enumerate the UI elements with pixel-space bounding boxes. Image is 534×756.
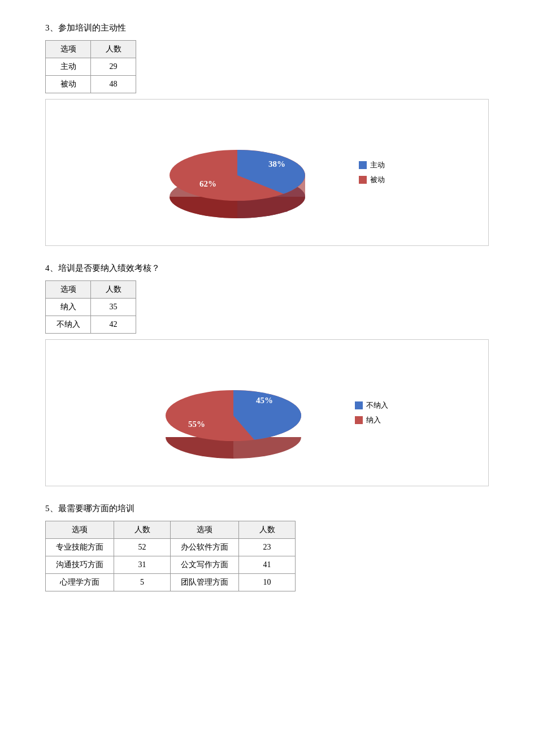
table-cell: 5 — [114, 574, 171, 591]
table-cell: 23 — [239, 539, 296, 556]
pie-chart-3: 38% 62% — [150, 113, 331, 232]
chart-4-container: 45% 55% 不纳入 纳入 — [45, 339, 489, 486]
table-cell: 29 — [91, 58, 136, 76]
chart-3-inner: 38% 62% 主动 被动 — [150, 113, 385, 232]
legend-color-red — [355, 416, 363, 424]
svg-text:55%: 55% — [188, 420, 205, 429]
legend-label: 不纳入 — [366, 400, 388, 411]
chart-4-inner: 45% 55% 不纳入 纳入 — [146, 353, 388, 472]
chart-4-legend: 不纳入 纳入 — [355, 400, 388, 425]
pie-chart-4: 45% 55% — [146, 353, 327, 472]
table-cell: 10 — [239, 574, 296, 591]
table-row: 纳入 35 — [46, 299, 136, 316]
table-header: 选项 — [46, 521, 114, 539]
table-header: 选项 — [171, 521, 239, 539]
table-header: 人数 — [114, 521, 171, 539]
legend-color-blue — [355, 401, 363, 409]
table-row: 不纳入 42 — [46, 316, 136, 334]
chart-3-container: 38% 62% 主动 被动 — [45, 99, 489, 246]
svg-text:45%: 45% — [256, 396, 273, 405]
table-cell: 办公软件方面 — [171, 539, 239, 556]
table-row: 沟通技巧方面 31 公文写作方面 41 — [46, 556, 296, 574]
table-cell: 团队管理方面 — [171, 574, 239, 591]
svg-text:38%: 38% — [268, 159, 285, 169]
table-cell: 主动 — [46, 58, 91, 76]
section-4: 4、培训是否要纳入绩效考核？ 选项 人数 纳入 35 不纳入 42 — [45, 263, 489, 486]
legend-item-naru: 纳入 — [355, 415, 388, 425]
legend-color-red — [359, 176, 367, 184]
table-cell: 48 — [91, 76, 136, 93]
legend-item-zhudon: 主动 — [359, 160, 385, 170]
table-cell: 被动 — [46, 76, 91, 93]
table-cell: 沟通技巧方面 — [46, 556, 114, 574]
legend-label: 主动 — [370, 160, 385, 170]
section-4-table: 选项 人数 纳入 35 不纳入 42 — [45, 280, 136, 334]
legend-item-beidong: 被动 — [359, 175, 385, 185]
section-5-title: 5、最需要哪方面的培训 — [45, 503, 489, 514]
section-3-title: 3、参加培训的主动性 — [45, 23, 489, 33]
section-4-title: 4、培训是否要纳入绩效考核？ — [45, 263, 489, 274]
chart-3-legend: 主动 被动 — [359, 160, 385, 185]
table-cell: 不纳入 — [46, 316, 91, 334]
legend-item-bururu: 不纳入 — [355, 400, 388, 411]
svg-text:62%: 62% — [199, 179, 216, 188]
table-cell: 公文写作方面 — [171, 556, 239, 574]
section-3: 3、参加培训的主动性 选项 人数 主动 29 被动 48 — [45, 23, 489, 246]
table-cell: 42 — [91, 316, 136, 334]
table-row: 心理学方面 5 团队管理方面 10 — [46, 574, 296, 591]
section-3-table: 选项 人数 主动 29 被动 48 — [45, 40, 136, 93]
table-cell: 35 — [91, 299, 136, 316]
table-row: 专业技能方面 52 办公软件方面 23 — [46, 539, 296, 556]
table-cell: 纳入 — [46, 299, 91, 316]
table-row: 被动 48 — [46, 76, 136, 93]
section-5-table: 选项 人数 选项 人数 专业技能方面 52 办公软件方面 23 沟通技巧方面 3… — [45, 521, 296, 591]
table-cell: 41 — [239, 556, 296, 574]
legend-label: 纳入 — [366, 415, 381, 425]
table-cell: 31 — [114, 556, 171, 574]
table-cell: 专业技能方面 — [46, 539, 114, 556]
table-cell: 52 — [114, 539, 171, 556]
legend-label: 被动 — [370, 175, 385, 185]
table-header-option: 选项 — [46, 281, 91, 299]
table-header-count: 人数 — [91, 281, 136, 299]
section-5: 5、最需要哪方面的培训 选项 人数 选项 人数 专业技能方面 52 办公软件方面… — [45, 503, 489, 591]
table-cell: 心理学方面 — [46, 574, 114, 591]
table-header-count: 人数 — [91, 41, 136, 58]
table-header-option: 选项 — [46, 41, 91, 58]
table-row: 主动 29 — [46, 58, 136, 76]
table-header: 人数 — [239, 521, 296, 539]
legend-color-blue — [359, 161, 367, 169]
